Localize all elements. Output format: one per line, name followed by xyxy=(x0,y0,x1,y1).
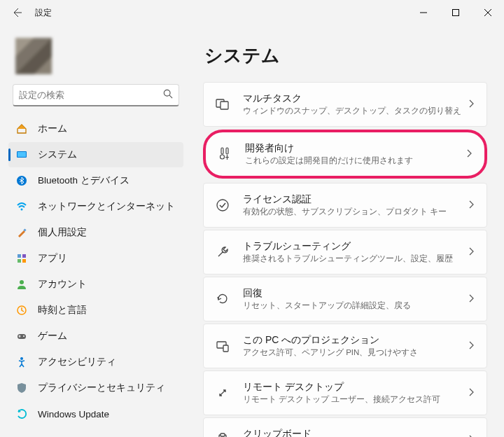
nav-personalization[interactable]: 個人用設定 xyxy=(8,220,183,245)
svg-rect-25 xyxy=(223,345,228,352)
minimize-icon xyxy=(420,9,427,16)
svg-rect-27 xyxy=(220,433,225,436)
nav-network[interactable]: ネットワークとインターネット xyxy=(8,194,183,219)
nav-apps[interactable]: アプリ xyxy=(8,246,183,271)
nav-label: Windows Update xyxy=(38,409,109,419)
svg-rect-1 xyxy=(453,10,459,16)
window-controls xyxy=(407,1,504,24)
card-sub: リモート デスクトップ ユーザー、接続アクセス許可 xyxy=(243,394,467,405)
svg-rect-20 xyxy=(221,148,223,154)
page-title: システム xyxy=(204,43,487,68)
svg-point-23 xyxy=(217,200,228,211)
windows-update-icon xyxy=(15,408,28,420)
chevron-right-icon xyxy=(467,294,475,305)
main-panel: システム マルチタスクウィンドウのスナップ、デスクトップ、タスクの切り替え 開発… xyxy=(189,25,504,437)
svg-point-17 xyxy=(20,357,23,360)
search-icon xyxy=(163,89,173,101)
card-troubleshoot[interactable]: トラブルシューティング推奨されるトラブルシューティングツール、設定、履歴 xyxy=(203,230,487,275)
chevron-right-icon xyxy=(467,99,475,110)
minimize-button[interactable] xyxy=(407,1,440,24)
card-sub: 推奨されるトラブルシューティングツール、設定、履歴 xyxy=(243,254,467,264)
accounts-icon xyxy=(15,278,28,291)
system-icon xyxy=(15,148,28,161)
nav-time-language[interactable]: 時刻と言語 xyxy=(8,298,183,323)
network-icon xyxy=(15,200,28,213)
nav-label: ホーム xyxy=(38,123,67,135)
svg-rect-10 xyxy=(22,254,26,258)
window-title: 設定 xyxy=(35,7,52,19)
svg-point-22 xyxy=(220,155,225,159)
card-recovery[interactable]: 回復リセット、スタートアップの詳細設定、戻る xyxy=(203,277,487,321)
card-remote-desktop[interactable]: リモート デスクトップリモート デスクトップ ユーザー、接続アクセス許可 xyxy=(203,370,487,415)
svg-rect-11 xyxy=(18,259,21,263)
card-sub: ウィンドウのスナップ、デスクトップ、タスクの切り替え xyxy=(243,106,467,116)
card-sub: これらの設定は開発目的だけに使用されます xyxy=(245,155,465,166)
chevron-right-icon xyxy=(467,388,475,398)
time-language-icon xyxy=(15,304,28,317)
card-activation[interactable]: ライセンス認証有効化の状態、サブスクリプション、プロダクト キー xyxy=(203,183,487,228)
maximize-button[interactable] xyxy=(440,1,472,24)
nav-privacy[interactable]: プライバシーとセキュリティ xyxy=(8,375,183,401)
card-title: マルチタスク xyxy=(243,92,467,105)
troubleshoot-icon xyxy=(214,243,232,261)
nav-windows-update[interactable]: Windows Update xyxy=(8,401,183,426)
card-title: ライセンス認証 xyxy=(243,193,467,206)
titlebar-left: 設定 xyxy=(6,1,52,24)
svg-line-3 xyxy=(169,95,172,98)
back-arrow-icon xyxy=(11,7,22,18)
svg-rect-21 xyxy=(226,148,228,154)
nav-label: システム xyxy=(38,148,77,161)
search-input-wrap[interactable] xyxy=(13,84,179,106)
chevron-right-icon xyxy=(467,435,475,438)
activation-icon xyxy=(214,196,232,214)
projection-icon xyxy=(214,337,232,355)
avatar xyxy=(15,38,52,74)
close-button[interactable] xyxy=(472,1,504,24)
nav-accounts[interactable]: アカウント xyxy=(8,272,183,297)
nav-label: アカウント xyxy=(38,278,87,291)
svg-rect-9 xyxy=(18,254,21,258)
nav-accessibility[interactable]: アクセシビリティ xyxy=(8,349,183,375)
card-title: トラブルシューティング xyxy=(243,240,467,253)
user-block[interactable] xyxy=(8,32,183,84)
svg-point-16 xyxy=(23,335,24,337)
nav-label: ゲーム xyxy=(38,330,67,342)
card-sub: 有効化の状態、サブスクリプション、プロダクト キー xyxy=(243,207,467,217)
personalization-icon xyxy=(15,226,28,239)
nav-home[interactable]: ホーム xyxy=(8,116,183,141)
nav-label: Bluetooth とデバイス xyxy=(38,174,130,187)
nav-label: プライバシーとセキュリティ xyxy=(38,382,165,394)
nav-system[interactable]: システム xyxy=(8,142,183,167)
svg-point-7 xyxy=(21,209,23,211)
nav-label: アプリ xyxy=(38,252,67,265)
chevron-right-icon xyxy=(467,200,475,211)
svg-point-2 xyxy=(164,90,170,96)
card-clipboard[interactable]: クリップボード切り取りおよびコピーの履歴、同期、クリア xyxy=(203,417,487,437)
svg-rect-5 xyxy=(18,152,26,157)
card-developer[interactable]: 開発者向けこれらの設定は開発目的だけに使用されます xyxy=(203,130,487,179)
card-sub: アクセス許可、ペアリング PIN、見つけやすさ xyxy=(243,347,467,358)
multitask-icon xyxy=(214,95,232,113)
accessibility-icon xyxy=(15,356,28,368)
home-icon xyxy=(15,123,28,135)
nav-bluetooth[interactable]: Bluetooth とデバイス xyxy=(8,168,183,193)
developer-icon xyxy=(216,145,234,163)
card-title: 回復 xyxy=(243,287,467,300)
bluetooth-icon xyxy=(15,174,28,187)
nav-gaming[interactable]: ゲーム xyxy=(8,324,183,349)
close-icon xyxy=(484,9,491,16)
card-title: この PC へのプロジェクション xyxy=(243,334,467,347)
nav-list: ホーム システム Bluetooth とデバイス ネットワークとインターネット … xyxy=(8,116,183,426)
clipboard-icon xyxy=(214,431,232,437)
nav-label: ネットワークとインターネット xyxy=(38,200,175,213)
card-title: リモート デスクトップ xyxy=(243,381,467,394)
card-multitask[interactable]: マルチタスクウィンドウのスナップ、デスクトップ、タスクの切り替え xyxy=(203,82,487,127)
card-projection[interactable]: この PC へのプロジェクションアクセス許可、ペアリング PIN、見つけやすさ xyxy=(203,324,487,368)
chevron-right-icon xyxy=(467,247,475,258)
nav-label: 個人用設定 xyxy=(38,226,87,239)
remote-desktop-icon xyxy=(214,384,232,402)
back-button[interactable] xyxy=(6,1,28,24)
gaming-icon xyxy=(15,330,28,342)
svg-rect-19 xyxy=(220,102,228,109)
search-input[interactable] xyxy=(19,90,163,100)
